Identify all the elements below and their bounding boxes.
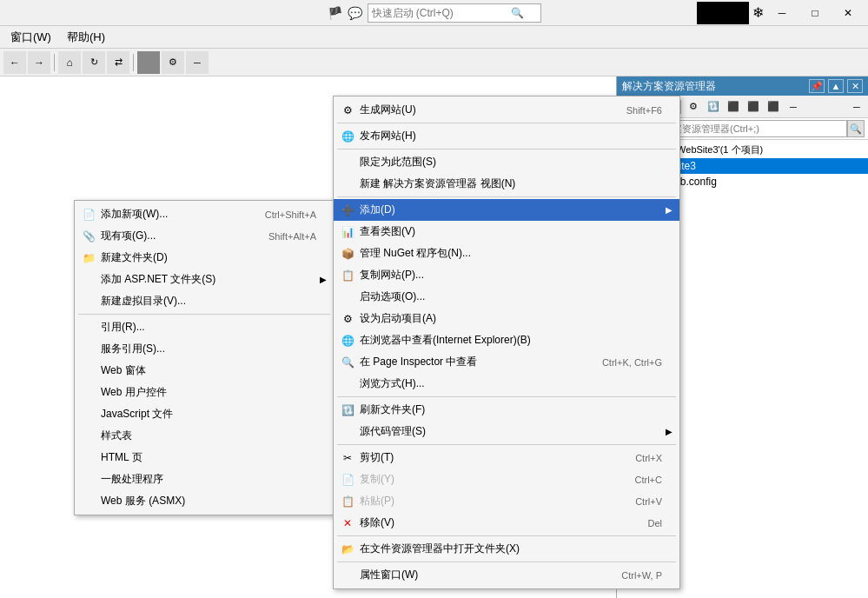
ctx-left-sep-1 xyxy=(78,314,330,315)
ctx-sep-1 xyxy=(337,123,676,123)
ctx-scope[interactable]: 限定为此范围(S) xyxy=(334,151,679,173)
se-title-bar: 解决方案资源管理器 📌 ▲ ✕ xyxy=(617,76,868,96)
ctx-copy[interactable]: 📄 复制(Y) Ctrl+C xyxy=(334,468,679,490)
ctx-remove-icon: ✕ xyxy=(341,517,354,529)
ctx-new-folder[interactable]: 📁 新建文件夹(D) xyxy=(75,247,334,269)
close-button[interactable]: ✕ xyxy=(832,0,865,26)
minimize-button[interactable]: ─ xyxy=(765,0,798,26)
ctx-existing-item[interactable]: 📎 现有项(G)... Shift+Alt+A xyxy=(75,225,334,247)
context-menu-right: ⚙ 生成网站(U) Shift+F6 🌐 发布网站(H) 限定为此范围(S) 新… xyxy=(333,96,680,589)
se-btn-1[interactable]: ⚙ xyxy=(684,97,703,116)
ctx-existing-icon: 📎 xyxy=(82,230,96,243)
ctx-web-usercontrol[interactable]: Web 用户控件 xyxy=(75,382,334,403)
se-btn-7[interactable]: ─ xyxy=(847,97,866,116)
top-bar: 🏴 💬 🔍 ❄ ─ □ ✕ xyxy=(0,0,868,26)
ctx-browser-icon: 🌐 xyxy=(341,335,354,347)
ctx-cut-icon: ✂ xyxy=(341,452,354,464)
menu-help[interactable]: 帮助(H) xyxy=(60,28,112,47)
se-btn-6[interactable]: ─ xyxy=(784,97,803,116)
menu-bar: 窗口(W) 帮助(H) xyxy=(0,26,868,49)
ctx-sep-7 xyxy=(337,561,676,562)
ctx-sep-6 xyxy=(337,535,676,536)
toolbar: ← → ⌂ ↻ ⇄ ⚙ ─ xyxy=(0,49,868,76)
ctx-reference[interactable]: 引用(R)... xyxy=(75,316,334,338)
ctx-new-view[interactable]: 新建 解决方案资源管理器 视图(N) xyxy=(334,173,679,195)
ctx-js-file[interactable]: JavaScript 文件 xyxy=(75,403,334,425)
ctx-properties[interactable]: 属性窗口(W) Ctrl+W, P xyxy=(334,564,679,586)
ctx-class-diagram[interactable]: 📊 查看类图(V) xyxy=(334,221,679,243)
ctx-view-in-browser[interactable]: 🌐 在浏览器中查看(Internet Explorer)(B) xyxy=(334,329,679,351)
context-menu-left: 📄 添加新项(W)... Ctrl+Shift+A 📎 现有项(G)... Sh… xyxy=(74,200,335,515)
ctx-copy-site[interactable]: 📋 复制网站(P)... xyxy=(334,264,679,286)
ctx-web-service[interactable]: Web 服务 (ASMX) xyxy=(75,490,334,512)
se-pin-button[interactable]: 📌 xyxy=(809,79,825,93)
ctx-aspnet-arrow: ▶ xyxy=(320,275,327,284)
back-button[interactable]: ← xyxy=(3,51,26,74)
se-close-button[interactable]: ✕ xyxy=(847,79,863,93)
ctx-paste[interactable]: 📋 粘贴(P) Ctrl+V xyxy=(334,490,679,512)
ctx-add-icon: ➕ xyxy=(341,204,354,216)
se-sep-1 xyxy=(680,100,681,114)
ctx-aspnet-folder[interactable]: 添加 ASP.NET 文件夹(S) ▶ xyxy=(75,269,334,290)
black-box xyxy=(697,2,749,24)
se-expand-button[interactable]: ▲ xyxy=(828,79,844,93)
home-button[interactable]: ⌂ xyxy=(58,51,81,74)
maximize-button[interactable]: □ xyxy=(798,0,832,26)
ctx-cut[interactable]: ✂ 剪切(T) Ctrl+X xyxy=(334,447,679,468)
ctx-publish-site[interactable]: 🌐 发布网站(H) xyxy=(334,125,679,147)
ctx-sep-5 xyxy=(337,444,676,445)
ctx-source-control[interactable]: 源代码管理(S) ▶ xyxy=(334,421,679,442)
flag-icon: 🏴 xyxy=(328,6,342,20)
ctx-paste-icon: 📋 xyxy=(341,495,354,508)
ctx-stylesheet[interactable]: 样式表 xyxy=(75,425,334,447)
se-btn-5[interactable]: ⬛ xyxy=(764,97,783,116)
search-icon: 🔍 xyxy=(511,7,524,19)
ctx-open-explorer[interactable]: 📂 在文件资源管理器中打开文件夹(X) xyxy=(334,538,679,560)
ctx-refresh-icon: 🔃 xyxy=(341,404,354,416)
ctx-page-inspector[interactable]: 🔍 在 Page Inspector 中查看 Ctrl+K, Ctrl+G xyxy=(334,351,679,373)
ctx-add[interactable]: ➕ 添加(D) ▶ xyxy=(334,199,679,221)
ctx-virtual-dir[interactable]: 新建虚拟目录(V)... xyxy=(75,290,334,312)
window-controls: ─ □ ✕ xyxy=(765,0,865,26)
quick-launch-input[interactable] xyxy=(372,7,511,19)
ctx-web-form[interactable]: Web 窗体 xyxy=(75,360,334,382)
toolbar-btn-1[interactable] xyxy=(137,51,160,74)
ctx-nuget[interactable]: 📦 管理 NuGet 程序包(N)... xyxy=(334,243,679,264)
sync-button[interactable]: ⇄ xyxy=(107,51,129,74)
ctx-diagram-icon: 📊 xyxy=(341,226,354,238)
quick-launch-area: 🏴 💬 🔍 xyxy=(328,3,541,23)
ctx-sourcecontrol-arrow: ▶ xyxy=(666,427,673,436)
toolbar-btn-3[interactable]: ─ xyxy=(186,51,209,74)
settings-icon: ❄ xyxy=(752,4,764,21)
ctx-service-ref[interactable]: 服务引用(S)... xyxy=(75,338,334,360)
ctx-set-startup[interactable]: ⚙ 设为启动项目(A) xyxy=(334,308,679,329)
se-btn-2[interactable]: 🔃 xyxy=(704,97,723,116)
se-btn-3[interactable]: ⬛ xyxy=(724,97,743,116)
menu-window[interactable]: 窗口(W) xyxy=(3,28,58,47)
ctx-remove[interactable]: ✕ 移除(V) Del xyxy=(334,512,679,534)
ctx-publish-icon: 🌐 xyxy=(341,130,354,143)
se-search-button[interactable]: 🔍 xyxy=(847,120,865,137)
ctx-sep-4 xyxy=(337,396,676,397)
ctx-copysite-icon: 📋 xyxy=(341,269,354,282)
ctx-sep-2 xyxy=(337,149,676,150)
quick-launch-box[interactable]: 🔍 xyxy=(368,3,541,23)
ctx-handler[interactable]: 一般处理程序 xyxy=(75,468,334,490)
ctx-start-options[interactable]: 启动选项(O)... xyxy=(334,286,679,308)
ctx-copy-icon: 📄 xyxy=(341,474,354,486)
toolbar-btn-2[interactable]: ⚙ xyxy=(162,51,184,74)
se-btn-4[interactable]: ⬛ xyxy=(744,97,763,116)
ctx-add-arrow: ▶ xyxy=(666,205,673,215)
ctx-nuget-icon: 📦 xyxy=(341,248,354,260)
chat-icon: 💬 xyxy=(348,6,362,20)
toolbar-separator-1 xyxy=(54,54,55,71)
ctx-refresh[interactable]: 🔃 刷新文件夹(F) xyxy=(334,399,679,421)
forward-button[interactable]: → xyxy=(28,51,50,74)
se-title: 解决方案资源管理器 xyxy=(622,79,805,94)
refresh-button[interactable]: ↻ xyxy=(83,51,105,74)
ctx-browse-mode[interactable]: 浏览方式(H)... xyxy=(334,373,679,395)
ctx-html-page[interactable]: HTML 页 xyxy=(75,447,334,468)
ctx-build-site[interactable]: ⚙ 生成网站(U) Shift+F6 xyxy=(334,99,679,121)
ctx-build-icon: ⚙ xyxy=(341,104,354,116)
ctx-add-new-item[interactable]: 📄 添加新项(W)... Ctrl+Shift+A xyxy=(75,203,334,225)
